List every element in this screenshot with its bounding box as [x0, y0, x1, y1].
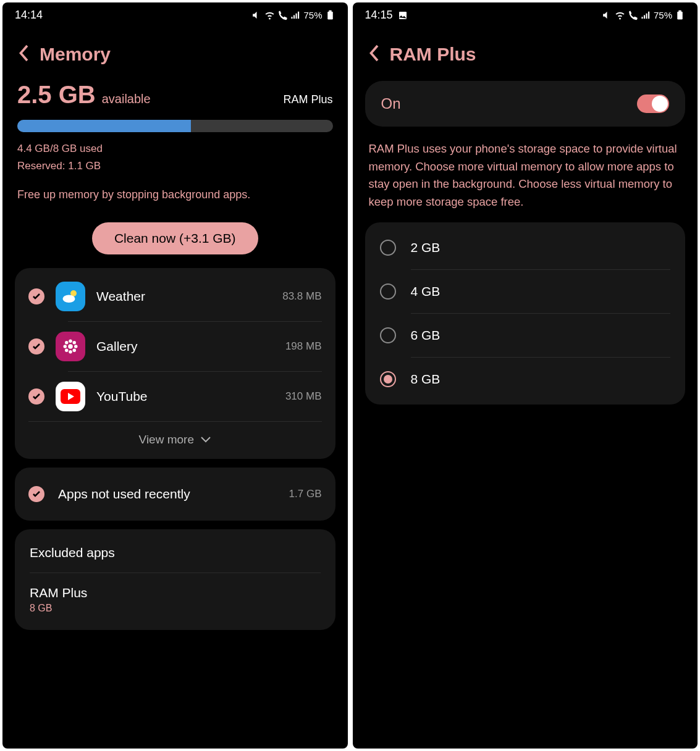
app-name: YouTube: [96, 389, 274, 404]
recent-card[interactable]: Apps not used recently 1.7 GB: [15, 468, 335, 521]
youtube-app-icon: [56, 382, 85, 411]
radio-unselected-icon[interactable]: [380, 327, 396, 343]
option-label: 2 GB: [411, 240, 441, 255]
view-more-label: View more: [139, 433, 194, 447]
status-icons: 75%: [251, 10, 335, 20]
checkbox-checked-icon[interactable]: [28, 288, 44, 304]
checkbox-checked-icon[interactable]: [28, 486, 44, 502]
wifi-icon: [264, 10, 275, 20]
status-time: 14:15: [365, 9, 393, 22]
app-row[interactable]: YouTube310 MB: [15, 372, 335, 421]
svg-point-3: [63, 295, 75, 303]
app-row[interactable]: Gallery198 MB: [15, 322, 335, 371]
ramplus-screen: 14:15 75% RAM Plus On RAM Plus uses your…: [353, 2, 698, 749]
mute-icon: [251, 10, 262, 20]
svg-point-9: [65, 341, 69, 345]
excluded-apps-title: Excluded apps: [30, 545, 321, 560]
radio-selected-icon[interactable]: [380, 371, 396, 387]
ramplus-options: 2 GB4 GB6 GB8 GB: [365, 222, 686, 405]
picture-icon: [398, 10, 408, 20]
weather-app-icon: [56, 282, 85, 311]
svg-point-5: [69, 340, 72, 343]
radio-unselected-icon[interactable]: [380, 283, 396, 300]
call-icon: [277, 10, 288, 20]
mute-icon: [602, 10, 612, 20]
radio-unselected-icon[interactable]: [380, 240, 396, 256]
svg-rect-16: [678, 10, 681, 12]
signal-icon: [290, 10, 301, 20]
view-more-button[interactable]: View more: [28, 421, 322, 455]
toggle-switch[interactable]: [637, 94, 669, 113]
wifi-icon: [615, 10, 625, 20]
option-label: 6 GB: [411, 328, 441, 343]
memory-bar-fill: [17, 120, 191, 132]
back-button[interactable]: [368, 44, 380, 65]
app-size: 198 MB: [285, 340, 322, 353]
app-row[interactable]: Weather83.8 MB: [15, 272, 335, 321]
svg-rect-1: [329, 10, 331, 12]
app-size: 83.8 MB: [282, 290, 321, 303]
ramplus-description: RAM Plus uses your phone's storage space…: [365, 135, 686, 214]
svg-point-8: [74, 345, 78, 348]
header: Memory: [2, 25, 348, 81]
svg-point-6: [69, 350, 72, 354]
memory-summary: 2.5 GB available RAM Plus 4.4 GB/8 GB us…: [15, 81, 335, 201]
ramplus-option[interactable]: 2 GB: [365, 226, 686, 269]
ramplus-toggle-card[interactable]: On: [365, 81, 686, 127]
status-bar: 14:15 75%: [353, 2, 698, 25]
battery-icon: [325, 10, 335, 20]
page-title: RAM Plus: [390, 44, 476, 65]
checkbox-checked-icon[interactable]: [28, 388, 44, 405]
gallery-app-icon: [56, 332, 85, 361]
ramplus-option[interactable]: 6 GB: [365, 314, 686, 357]
memory-used-text: 4.4 GB/8 GB used: [17, 141, 333, 157]
app-name: Gallery: [96, 339, 274, 354]
memory-available-amount: 2.5 GB: [17, 81, 96, 109]
option-label: 8 GB: [411, 372, 441, 387]
app-name: Weather: [96, 289, 271, 304]
status-icons: 75%: [602, 10, 685, 20]
svg-point-12: [73, 349, 77, 353]
svg-point-4: [68, 344, 73, 349]
chevron-down-icon: [200, 436, 211, 443]
battery-text: 75%: [654, 10, 672, 20]
header: RAM Plus: [353, 25, 698, 81]
ramplus-link[interactable]: RAM Plus: [283, 93, 332, 106]
checkbox-checked-icon[interactable]: [28, 338, 44, 355]
status-bar: 14:14 75%: [2, 2, 348, 25]
apps-card: Weather83.8 MBGallery198 MBYouTube310 MB…: [15, 268, 335, 459]
svg-point-10: [73, 341, 77, 345]
switch-knob: [652, 96, 668, 112]
back-button[interactable]: [17, 44, 30, 65]
ramplus-option[interactable]: 8 GB: [365, 358, 686, 401]
signal-icon: [641, 10, 651, 20]
settings-card: Excluded apps RAM Plus 8 GB: [15, 529, 335, 630]
memory-available-label: available: [102, 92, 151, 106]
ramplus-value: 8 GB: [30, 603, 321, 614]
status-time: 14:14: [15, 9, 43, 22]
ramplus-row[interactable]: RAM Plus 8 GB: [15, 573, 335, 626]
ramplus-title: RAM Plus: [30, 585, 321, 600]
app-size: 310 MB: [285, 390, 322, 403]
call-icon: [628, 10, 638, 20]
excluded-apps-row[interactable]: Excluded apps: [15, 533, 335, 573]
svg-rect-15: [677, 12, 683, 20]
svg-point-11: [65, 349, 69, 353]
battery-icon: [675, 10, 685, 20]
toggle-label: On: [381, 95, 401, 112]
memory-reserved-text: Reserved: 1.1 GB: [17, 158, 333, 174]
svg-point-7: [64, 345, 67, 348]
recent-title: Apps not used recently: [58, 487, 276, 501]
memory-bar: [17, 120, 333, 132]
memory-screen: 14:14 75% Memory 2.5 GB available RAM Pl…: [2, 2, 348, 749]
svg-rect-0: [327, 12, 333, 20]
clean-now-button[interactable]: Clean now (+3.1 GB): [92, 222, 258, 254]
option-label: 4 GB: [411, 284, 441, 299]
battery-text: 75%: [303, 10, 322, 20]
memory-hint: Free up memory by stopping background ap…: [17, 188, 333, 201]
recent-size: 1.7 GB: [289, 488, 322, 500]
page-title: Memory: [40, 44, 111, 65]
ramplus-option[interactable]: 4 GB: [365, 270, 686, 313]
